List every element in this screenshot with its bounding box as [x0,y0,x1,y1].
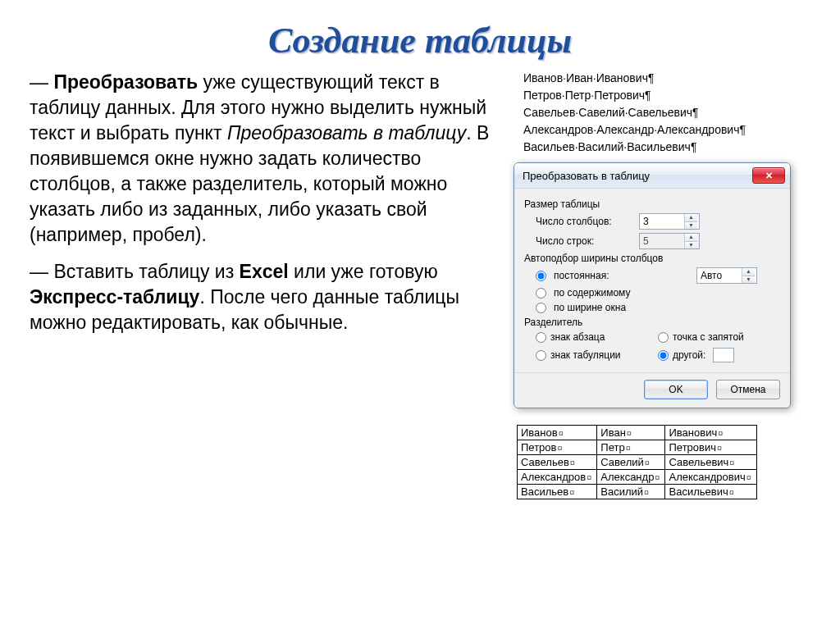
spin-down-icon[interactable]: ▼ [742,276,755,284]
table-row: ВасильевВасилийВасильевич [518,485,757,499]
rows-label: Число строк: [536,235,632,247]
sep-other-input[interactable] [713,348,734,362]
radio-sep-paragraph[interactable] [536,332,546,343]
radio-sep-other[interactable] [658,350,669,361]
radio-fixed[interactable] [536,271,546,281]
table-row: ПетровПетрПетрович [518,440,757,455]
spin-up-icon[interactable]: ▲ [685,214,697,222]
cancel-button[interactable]: Отмена [716,380,780,399]
radio-content-label: по содержимому [554,287,630,299]
radio-sep-semicolon[interactable] [658,332,669,343]
radio-fixed-label: постоянная: [554,270,609,281]
dialog-titlebar: Преобразовать в таблицу ✕ [514,163,790,189]
rows-spinbox: ▲▼ [639,233,700,249]
rows-input [640,234,684,248]
close-icon: ✕ [765,171,773,181]
radio-sep-semicolon-label: точка с запятой [673,331,744,343]
result-table: ИвановИванИванович ПетровПетрПетрович Са… [517,425,757,499]
fixed-width-spinbox[interactable]: ▲▼ [696,267,757,284]
spin-up-icon: ▲ [685,234,697,242]
close-button[interactable]: ✕ [752,167,785,184]
group-separator: Разделитель [524,317,780,328]
spin-down-icon[interactable]: ▼ [685,222,697,230]
dialog-title: Преобразовать в таблицу [523,170,650,182]
spin-up-icon[interactable]: ▲ [742,268,755,276]
radio-sep-tab-label: знак табуляции [550,349,621,361]
radio-sep-other-label: другой: [673,349,705,361]
table-row: ИвановИванИванович [518,426,757,440]
table-row: АлександровАлександрАлександрович [518,470,757,485]
cols-spinbox[interactable]: ▲▼ [639,213,700,230]
ok-button[interactable]: OK [644,380,708,399]
group-autofit: Автоподбор ширины столбцов [524,253,780,264]
group-size: Размер таблицы [524,198,780,210]
source-text-sample: Иванов·Иван·Иванович Петров·Петр·Петрови… [523,70,746,156]
radio-window-label: по ширине окна [554,302,626,313]
radio-sep-tab[interactable] [536,350,546,361]
fixed-width-input[interactable] [697,268,742,283]
radio-sep-paragraph-label: знак абзаца [550,331,605,343]
convert-to-table-dialog: Преобразовать в таблицу ✕ Размер таблицы… [514,162,791,408]
spin-down-icon: ▼ [685,242,697,249]
radio-content[interactable] [536,288,546,299]
cols-input[interactable] [640,214,684,229]
radio-window[interactable] [536,303,546,313]
table-row: СавельевСавелийСавельевич [518,455,757,470]
cols-label: Число столбцов: [536,216,632,227]
body-text: — Преобразовать уже существующий текст в… [30,70,499,499]
page-title: Создание таблицы [0,0,840,70]
